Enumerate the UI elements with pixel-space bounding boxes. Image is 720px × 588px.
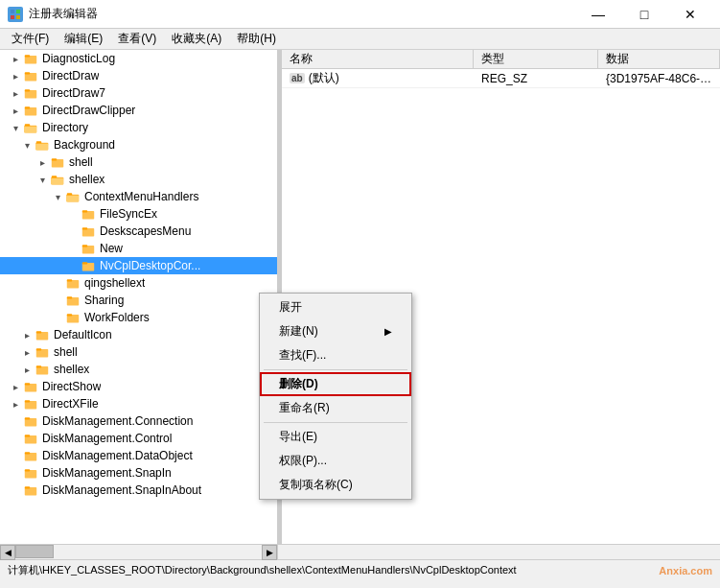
tree-item[interactable]: qingshellext	[0, 274, 277, 292]
tree-item-label: shellex	[69, 173, 105, 186]
registry-row[interactable]: ab (默认) REG_SZ {3D1975AF-48C6-4f8e-	[282, 69, 720, 88]
svg-rect-5	[25, 55, 30, 57]
svg-rect-39	[67, 279, 72, 281]
menu-help[interactable]: 帮助(H)	[229, 29, 284, 49]
tree-item[interactable]: DeskscapesMenu	[0, 223, 277, 240]
tree-item[interactable]: ▸ DirectDrawClipper	[0, 102, 277, 119]
tree-item[interactable]: ▾ Directory	[0, 119, 277, 136]
scroll-left-btn[interactable]: ◀	[0, 545, 15, 560]
tree-item[interactable]: WorkFolders	[0, 309, 277, 326]
tree-item[interactable]: ▸ DirectDraw	[0, 67, 277, 84]
scroll-track[interactable]	[15, 545, 262, 559]
context-menu-item[interactable]: 导出(E)	[260, 425, 411, 449]
context-menu-item[interactable]: 复制项名称(C)	[260, 473, 411, 497]
app-icon	[8, 7, 23, 22]
menu-file[interactable]: 文件(F)	[4, 29, 57, 49]
svg-rect-63	[25, 486, 30, 488]
tree-item[interactable]: DiskManagement.Control	[0, 430, 277, 447]
context-menu-item[interactable]: 权限(P)...	[260, 449, 411, 473]
tree-item[interactable]: NvCplDesktopCor...	[0, 257, 277, 274]
tree-item[interactable]: ▸ shell	[0, 343, 277, 361]
expand-icon[interactable]	[65, 241, 81, 256]
menu-bar: 文件(F) 编辑(E) 查看(V) 收藏夹(A) 帮助(H)	[0, 29, 720, 50]
tree-item[interactable]: ▸ DefaultIcon	[0, 326, 277, 343]
expand-icon[interactable]: ▾	[50, 189, 65, 204]
svg-rect-51	[25, 383, 30, 385]
tree-item[interactable]: DiskManagement.Connection	[0, 412, 277, 430]
expand-icon[interactable]	[8, 431, 23, 446]
expand-icon[interactable]	[8, 482, 23, 498]
tree-item[interactable]: FileSyncEx	[0, 205, 277, 223]
tree-item[interactable]: ▸ DiagnosticLog	[0, 50, 277, 67]
tree-item[interactable]: New	[0, 240, 277, 257]
expand-icon[interactable]: ▾	[8, 120, 23, 135]
expand-icon[interactable]: ▸	[19, 362, 35, 377]
expand-icon[interactable]	[65, 206, 81, 222]
menu-view[interactable]: 查看(V)	[110, 29, 164, 49]
expand-icon[interactable]	[65, 223, 81, 239]
col-header-data: 数据	[598, 50, 720, 68]
tree-item[interactable]: ▸ DirectShow	[0, 378, 277, 395]
folder-icon	[35, 363, 50, 376]
reg-name: ab (默认)	[282, 70, 474, 86]
expand-icon[interactable]: ▸	[8, 51, 23, 66]
status-path: 计算机\HKEY_CLASSES_ROOT\Directory\Backgrou…	[8, 563, 659, 577]
close-button[interactable]: ✕	[668, 0, 712, 29]
reg-name-text: (默认)	[309, 70, 339, 86]
scroll-right-btn[interactable]: ▶	[262, 545, 277, 560]
svg-rect-28	[66, 195, 79, 201]
expand-icon[interactable]: ▸	[8, 103, 23, 118]
tree-item[interactable]: ▸ shell	[0, 153, 277, 171]
folder-icon	[23, 397, 38, 411]
expand-icon[interactable]	[50, 310, 65, 325]
svg-rect-31	[82, 210, 87, 212]
expand-icon[interactable]: ▸	[8, 396, 23, 412]
menu-favorites[interactable]: 收藏夹(A)	[164, 29, 229, 49]
context-menu-item[interactable]: 删除(D)	[260, 372, 411, 396]
expand-icon[interactable]: ▾	[19, 137, 35, 153]
expand-icon[interactable]	[65, 258, 81, 273]
tree-item-label: DiskManagement.SnapIn	[42, 466, 172, 480]
expand-icon[interactable]: ▾	[35, 172, 50, 187]
expand-icon[interactable]: ▸	[8, 85, 23, 101]
col-header-type: 类型	[474, 50, 598, 68]
tree-item[interactable]: DiskManagement.DataObject	[0, 447, 277, 464]
expand-icon[interactable]	[50, 275, 65, 291]
expand-icon[interactable]: ▸	[19, 327, 35, 342]
reg-type: REG_SZ	[474, 72, 598, 85]
expand-icon[interactable]: ▸	[8, 379, 23, 394]
context-menu-item[interactable]: 查找(F)...	[260, 343, 411, 367]
svg-rect-59	[25, 452, 30, 454]
tree-h-scroll[interactable]: ◀ ▶	[0, 545, 278, 559]
expand-icon[interactable]: ▸	[35, 154, 50, 170]
tree-item-label: DiskManagement.Control	[42, 432, 172, 445]
expand-icon[interactable]	[8, 448, 23, 463]
tree-item[interactable]: ▾ ContextMenuHandlers	[0, 188, 277, 205]
expand-icon[interactable]: ▸	[19, 344, 35, 360]
folder-icon	[65, 294, 81, 307]
tree-item-label: DirectDraw	[42, 69, 99, 82]
expand-icon[interactable]	[50, 293, 65, 308]
tree-item[interactable]: DiskManagement.SnapInAbout	[0, 482, 277, 499]
scroll-thumb[interactable]	[15, 545, 54, 558]
menu-edit[interactable]: 编辑(E)	[57, 29, 110, 49]
tree-item[interactable]: ▸ shellex	[0, 361, 277, 378]
tree-item[interactable]: ▸ DirectXFile	[0, 395, 277, 412]
tree-item[interactable]: Sharing	[0, 292, 277, 309]
svg-rect-55	[25, 417, 30, 419]
context-menu-item[interactable]: 重命名(R)	[260, 396, 411, 420]
tree-item[interactable]: ▾ Background	[0, 136, 277, 153]
tree-item-label: DiskManagement.DataObject	[42, 449, 193, 462]
expand-icon[interactable]	[8, 413, 23, 429]
minimize-button[interactable]: —	[576, 0, 620, 29]
context-menu-item[interactable]: 展开	[260, 295, 411, 319]
maximize-button[interactable]: □	[622, 0, 666, 29]
tree-item[interactable]: ▸ DirectDraw7	[0, 84, 277, 102]
expand-icon[interactable]	[8, 465, 23, 481]
right-h-scroll[interactable]	[278, 545, 720, 559]
tree-scroll-container[interactable]: ▸ DiagnosticLog ▸ DirectDraw ▸	[0, 50, 277, 544]
tree-item[interactable]: ▾ shellex	[0, 171, 277, 188]
tree-item[interactable]: DiskManagement.SnapIn	[0, 464, 277, 482]
expand-icon[interactable]: ▸	[8, 68, 23, 83]
context-menu-item[interactable]: 新建(N) ▶	[260, 319, 411, 343]
